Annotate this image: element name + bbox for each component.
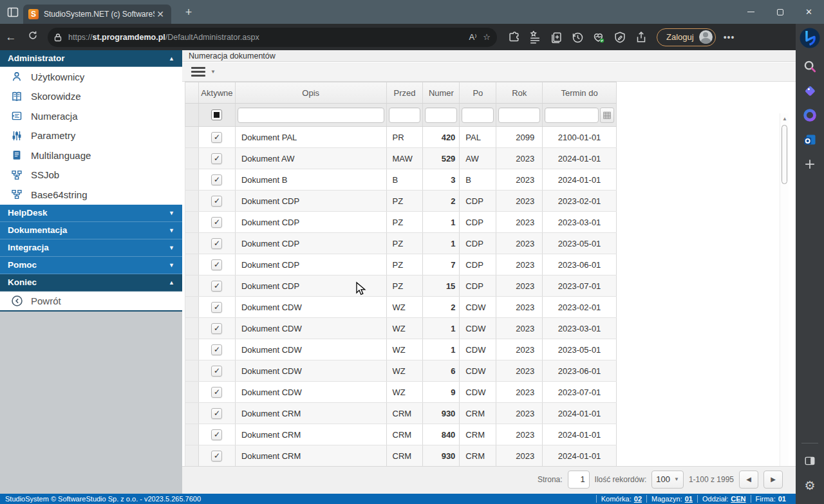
tab-close-icon[interactable]: ✕ <box>154 9 166 19</box>
tools-icon[interactable] <box>612 30 628 45</box>
m365-icon[interactable] <box>800 106 819 125</box>
sidebar-menu-item[interactable]: Użytkownicy <box>0 67 182 87</box>
table-row[interactable]: ✓ Dokument B B 3 B 2023 2024-01-01 <box>185 169 617 191</box>
table-row[interactable]: ✓ Dokument CDW WZ 2 CDW 2023 2023-02-01 <box>185 297 617 318</box>
browser-tab[interactable]: S StudioSystem.NET (c) SoftwareSt ✕ <box>23 5 171 24</box>
table-row[interactable]: ✓ Dokument CDP PZ 2 CDP 2023 2023-02-01 <box>185 191 617 212</box>
filter-po-input[interactable] <box>462 107 494 123</box>
row-selector-cell[interactable] <box>185 169 199 190</box>
sidebar-section-administrator[interactable]: Administrator ▲ <box>0 50 182 67</box>
row-selector-cell[interactable] <box>185 318 199 339</box>
table-row[interactable]: ✓ Dokument CDW WZ 1 CDW 2023 2023-03-01 <box>185 318 617 339</box>
sidebar-toggle-button[interactable] <box>800 451 819 471</box>
row-selector-cell[interactable] <box>185 424 199 445</box>
row-selector-cell[interactable] <box>185 254 199 275</box>
status-item-value[interactable]: 01 <box>685 495 693 503</box>
sidebar-menu-item[interactable]: Multilanguage <box>0 145 182 165</box>
row-selector-cell[interactable] <box>185 382 199 402</box>
sidebar-menu-item[interactable]: Parametry <box>0 126 182 146</box>
table-row[interactable]: ✓ Dokument CDW WZ 9 CDW 2023 2023-07-01 <box>185 382 617 403</box>
refresh-button[interactable] <box>22 30 44 44</box>
read-aloud-icon[interactable]: A⁾ <box>469 32 476 42</box>
row-active-checkbox[interactable]: ✓ <box>211 302 222 313</box>
grid-scrollbar[interactable]: ▲ ▼ <box>780 113 789 497</box>
column-header[interactable]: Rok <box>496 82 543 103</box>
add-favorite-star-icon[interactable]: ☆ <box>483 32 491 42</box>
row-selector-cell[interactable] <box>185 297 199 317</box>
calendar-button[interactable] <box>600 107 614 123</box>
table-row[interactable]: ✓ Dokument CRM CRM 930 CRM 2023 2024-01-… <box>185 445 617 467</box>
row-selector-cell[interactable] <box>185 403 199 424</box>
grid-menu-button[interactable] <box>191 67 205 77</box>
records-per-page-select[interactable]: 100 ▼ <box>651 471 684 489</box>
row-active-checkbox[interactable]: ✓ <box>211 217 222 228</box>
column-header[interactable]: Po <box>460 82 496 103</box>
row-active-checkbox[interactable]: ✓ <box>211 387 222 398</box>
row-active-checkbox[interactable]: ✓ <box>211 174 222 185</box>
column-header[interactable]: Opis <box>236 82 387 103</box>
sidebar-menu-item[interactable]: Base64string <box>0 185 182 205</box>
essentials-icon[interactable] <box>591 30 606 45</box>
sidebar-section-helpdesk[interactable]: HelpDesk ▼ <box>0 205 182 222</box>
row-selector-cell[interactable] <box>185 148 199 169</box>
table-row[interactable]: ✓ Dokument AW MAW 529 AW 2023 2024-01-01 <box>185 148 617 169</box>
window-minimize-button[interactable] <box>736 0 765 24</box>
new-tab-button[interactable]: + <box>182 6 196 20</box>
row-active-checkbox[interactable]: ✓ <box>211 429 222 440</box>
sidebar-menu-item[interactable]: Numeracja <box>0 106 182 126</box>
share-icon[interactable] <box>633 30 649 45</box>
table-row[interactable]: ✓ Dokument PAL PR 420 PAL 2099 2100-01-0… <box>185 127 617 148</box>
page-number-input[interactable] <box>568 471 590 489</box>
column-header[interactable]: Termin do <box>543 82 617 103</box>
row-selector-cell[interactable] <box>185 233 199 254</box>
table-row[interactable]: ✓ Dokument CRM CRM 930 CRM 2023 2024-01-… <box>185 403 617 424</box>
column-header[interactable]: Przed <box>387 82 424 103</box>
filter-opis-input[interactable] <box>238 107 384 123</box>
sidebar-section-dokumentacja[interactable]: Dokumentacja ▼ <box>0 222 182 239</box>
sidebar-menu-item[interactable]: Skorowidze <box>0 87 182 107</box>
row-active-checkbox[interactable]: ✓ <box>211 344 222 355</box>
row-active-checkbox[interactable]: ✓ <box>211 323 222 334</box>
history-icon[interactable] <box>570 30 585 45</box>
sidebar-section-koniec[interactable]: Koniec ▲ <box>0 274 182 292</box>
scrollbar-thumb[interactable] <box>782 125 787 184</box>
extensions-icon[interactable] <box>506 30 521 45</box>
status-item-value[interactable]: 02 <box>634 495 642 503</box>
table-row[interactable]: ✓ Dokument CDP PZ 15 CDP 2023 2023-07-01 <box>185 275 617 297</box>
back-button[interactable]: ← <box>0 31 22 44</box>
filter-checkbox[interactable] <box>211 109 222 120</box>
filter-numer-input[interactable] <box>425 107 457 123</box>
column-header[interactable]: Numer <box>423 82 460 103</box>
row-active-checkbox[interactable]: ✓ <box>211 281 222 292</box>
filter-przed-input[interactable] <box>389 107 421 123</box>
address-bar[interactable]: https://st.programdemo.pl/DefaultAdminis… <box>48 28 497 47</box>
shopping-icon[interactable] <box>800 81 819 100</box>
row-active-checkbox[interactable]: ✓ <box>211 196 222 207</box>
next-page-button[interactable]: ▶ <box>763 471 783 489</box>
row-active-checkbox[interactable]: ✓ <box>211 153 222 164</box>
table-row[interactable]: ✓ Dokument CDW WZ 6 CDW 2023 2023-06-01 <box>185 360 617 382</box>
status-item-value[interactable]: CEN <box>731 495 745 503</box>
row-active-checkbox[interactable]: ✓ <box>211 408 222 419</box>
row-active-checkbox[interactable]: ✓ <box>211 366 222 377</box>
sidebar-section-integracja[interactable]: Integracja ▼ <box>0 239 182 257</box>
favorites-icon[interactable] <box>527 30 543 45</box>
window-close-button[interactable]: ✕ <box>794 0 823 24</box>
filter-rok-input[interactable] <box>498 107 540 123</box>
row-selector-cell[interactable] <box>185 445 199 466</box>
window-maximize-button[interactable] <box>765 0 794 24</box>
row-selector-cell[interactable] <box>185 212 199 232</box>
row-active-checkbox[interactable]: ✓ <box>211 132 222 143</box>
row-active-checkbox[interactable]: ✓ <box>211 451 222 462</box>
row-selector-cell[interactable] <box>185 275 199 296</box>
table-row[interactable]: ✓ Dokument CDP PZ 1 CDP 2023 2023-03-01 <box>185 212 617 233</box>
table-row[interactable]: ✓ Dokument CDP PZ 7 CDP 2023 2023-06-01 <box>185 254 617 275</box>
table-row[interactable]: ✓ Dokument CRM CRM 840 CRM 2023 2024-01-… <box>185 424 617 445</box>
row-selector-cell[interactable] <box>185 360 199 381</box>
tab-actions-button[interactable] <box>5 6 21 19</box>
bing-copilot-button[interactable] <box>799 27 821 49</box>
filter-termin-input[interactable] <box>545 107 599 123</box>
login-button[interactable]: Zaloguj <box>657 28 716 46</box>
sidebar-menu-item-powrot[interactable]: Powrót <box>0 292 182 310</box>
row-active-checkbox[interactable]: ✓ <box>211 238 222 249</box>
